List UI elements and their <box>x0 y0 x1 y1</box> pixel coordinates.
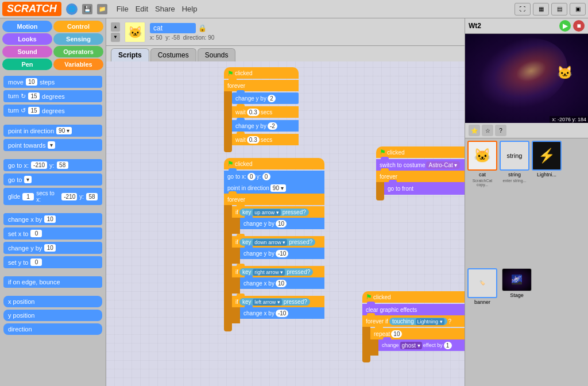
clear-graphic-effects-block[interactable]: clear graphic effects <box>362 304 465 315</box>
if-left-body: change x by -10 <box>232 307 324 319</box>
sprite-selector-bar: ⭐ ☆ ? <box>465 123 588 138</box>
cat-sound[interactable]: Sound <box>2 46 52 57</box>
tab-scripts[interactable]: Scripts <box>111 48 149 61</box>
if-left-c: if key left arrow ▾ pressed? change x by… <box>232 296 324 323</box>
point-dir-90-block[interactable]: point in direction 90 ▾ <box>224 182 324 194</box>
change-y-2-block[interactable]: change y by 2 <box>232 92 299 104</box>
wait-03-block[interactable]: wait 0.3 secs <box>232 106 299 118</box>
globe-icon[interactable]: 🌐 <box>66 3 78 15</box>
go-to-front-block[interactable]: go to front <box>384 182 465 195</box>
red-stop-button[interactable]: ■ <box>573 20 585 32</box>
if-down-cap <box>232 259 240 264</box>
block-edge-bounce[interactable]: if on edge, bounce <box>3 276 102 288</box>
change-y-10-block[interactable]: change y by 10 <box>240 218 324 229</box>
change-y-neg2-block[interactable]: change y by -2 <box>232 120 299 132</box>
sprite-tool-star2[interactable]: ☆ <box>482 125 493 136</box>
scripts-canvas[interactable]: ⚑ clicked forever change y by 2 wait 0.3… <box>106 61 465 386</box>
forever-if-inner: repeat 10 change ghost ▾ effect by 1 <box>370 327 465 357</box>
goto-0-0-block[interactable]: go to x: 0 y: 0 <box>224 171 324 182</box>
when-clicked-hat-1[interactable]: ⚑ clicked <box>224 67 299 79</box>
if-right-c: if key right arrow ▾ pressed? change x b… <box>232 266 324 294</box>
block-y-position[interactable]: y position <box>3 310 102 321</box>
change-ghost-effect-block[interactable]: change ghost ▾ effect by 1 <box>378 339 465 351</box>
cat-motion[interactable]: Motion <box>2 21 52 32</box>
right-panel: Wt2 ▶ ■ 🐱 x: -2076 y: 184 ⭐ ☆ ? 🐱 ca <box>465 18 588 386</box>
change-x-neg10-block[interactable]: change x by -10 <box>240 307 324 319</box>
sprite-nav-up[interactable]: ▲ <box>111 22 120 32</box>
switch-costume-block[interactable]: switch to costume Astro-Cat ▾ <box>376 159 465 171</box>
stage-sprite-cat: 🐱 <box>557 65 572 80</box>
cat-pen[interactable]: Pen <box>2 59 52 70</box>
wait-03-block-2[interactable]: wait 0.3 secs <box>232 134 299 145</box>
if-up-body: change y by 10 <box>232 218 324 229</box>
change-y-neg10-block[interactable]: change y by -10 <box>240 248 324 259</box>
tab-sounds[interactable]: Sounds <box>198 48 236 61</box>
when-clicked-hat-2[interactable]: ⚑ clicked <box>224 158 324 169</box>
main-layout: Motion Control Looks Sensing Sound Opera… <box>0 18 588 386</box>
fullscreen-btn[interactable]: ⛶ <box>514 3 531 16</box>
when-clicked-hat-4[interactable]: ⚑ clicked <box>362 291 465 303</box>
stage-item[interactable]: 🌌 Stage <box>502 268 532 384</box>
sprite-sublabel-cat: ScratchCat copy... <box>467 179 497 187</box>
forever-c-3: go to front <box>376 182 465 195</box>
folder-icon[interactable]: 📁 <box>97 4 107 14</box>
block-turn-ccw[interactable]: turn ↺ 15 degrees <box>3 105 102 117</box>
sprite-thumb-cat: 🐱 <box>467 141 497 171</box>
sprite-item-string[interactable]: string string enter string... <box>500 141 529 266</box>
layout-btn1[interactable]: ▦ <box>533 3 549 16</box>
forever-cap-3 <box>376 195 384 200</box>
script-group-2: ⚑ clicked go to x: 0 y: 0 point in direc… <box>224 158 324 331</box>
block-move[interactable]: move 10 steps <box>3 76 102 88</box>
block-turn-cw[interactable]: turn ↻ 15 degrees <box>3 90 102 102</box>
green-flag-button[interactable]: ▶ <box>559 20 571 32</box>
layout-btn3[interactable]: ▣ <box>570 3 586 16</box>
if-down-body: change y by -10 <box>232 248 324 259</box>
menu-edit[interactable]: Edit <box>136 5 148 13</box>
sprite-tool-star[interactable]: ⭐ <box>469 125 480 136</box>
forever-block-1[interactable]: forever <box>224 80 299 91</box>
menu-file[interactable]: File <box>117 5 129 13</box>
repeat-inner: change ghost ▾ effect by 1 <box>370 339 465 351</box>
change-x-10-block[interactable]: change x by 10 <box>240 277 324 289</box>
forever-block-2[interactable]: forever <box>224 194 324 205</box>
block-glide[interactable]: glide 1 secs to x: -210 y: 58 <box>3 188 102 205</box>
sprite-item-banner[interactable]: 🏷️ banner <box>467 268 497 384</box>
save-icon[interactable]: 💾 <box>82 4 92 14</box>
forever-block-4[interactable]: forever if touching Lightning ▾ ? <box>362 315 465 327</box>
cat-operators[interactable]: Operators <box>53 46 103 57</box>
block-point-towards[interactable]: point towards ▾ <box>3 139 102 151</box>
cat-looks[interactable]: Looks <box>2 33 52 45</box>
sprite-tool-help[interactable]: ? <box>495 125 506 136</box>
menubar: SCRATCH 🌐 💾 📁 File Edit Share Help ⛶ ▦ ▤… <box>0 0 588 18</box>
repeat-cap <box>370 351 378 356</box>
sprite-nav: ▲ ▼ <box>111 22 120 42</box>
menu-share[interactable]: Share <box>155 5 175 13</box>
block-point-dir[interactable]: point in direction 90 ▾ <box>3 125 102 137</box>
sprite-nav-down[interactable]: ▼ <box>111 33 120 42</box>
menu-help[interactable]: Help <box>182 5 198 13</box>
stage-thumb: 🌌 <box>502 268 532 291</box>
sprite-item-cat[interactable]: 🐱 cat ScratchCat copy... <box>467 141 497 266</box>
block-change-x[interactable]: change x by 10 <box>3 213 102 225</box>
cat-sensing[interactable]: Sensing <box>53 33 103 45</box>
stage-title-bar: Wt2 ▶ ■ <box>465 18 588 34</box>
cat-variables[interactable]: Variables <box>53 59 103 70</box>
forever-inner-2: if key up arrow ▾ pressed? change y by 1… <box>232 205 324 326</box>
block-change-y[interactable]: change y by 10 <box>3 242 102 254</box>
block-goto[interactable]: go to ▾ <box>3 173 102 186</box>
sprite-name-input[interactable] <box>150 23 196 33</box>
cat-control[interactable]: Control <box>53 21 103 32</box>
block-set-y[interactable]: set y to 0 <box>3 256 102 268</box>
tab-costumes[interactable]: Costumes <box>150 48 196 61</box>
blocks-list: move 10 steps turn ↻ 15 degrees turn ↺ 1… <box>0 72 106 386</box>
block-goto-xy[interactable]: go to x: -210 y: 58 <box>3 159 102 171</box>
when-clicked-hat-3[interactable]: ⚑ clicked <box>376 146 465 158</box>
layout-btn2[interactable]: ▤ <box>551 3 567 16</box>
sprite-item-lightning[interactable]: ⚡ Lightni... <box>532 141 562 266</box>
block-set-x[interactable]: set x to 0 <box>3 227 102 240</box>
if-right-cap <box>232 289 240 294</box>
script-tabs: Scripts Costumes Sounds <box>106 46 465 61</box>
if-right-body: change x by 10 <box>232 277 324 289</box>
block-x-position[interactable]: x position <box>3 296 102 307</box>
block-direction-val[interactable]: direction <box>3 323 102 335</box>
